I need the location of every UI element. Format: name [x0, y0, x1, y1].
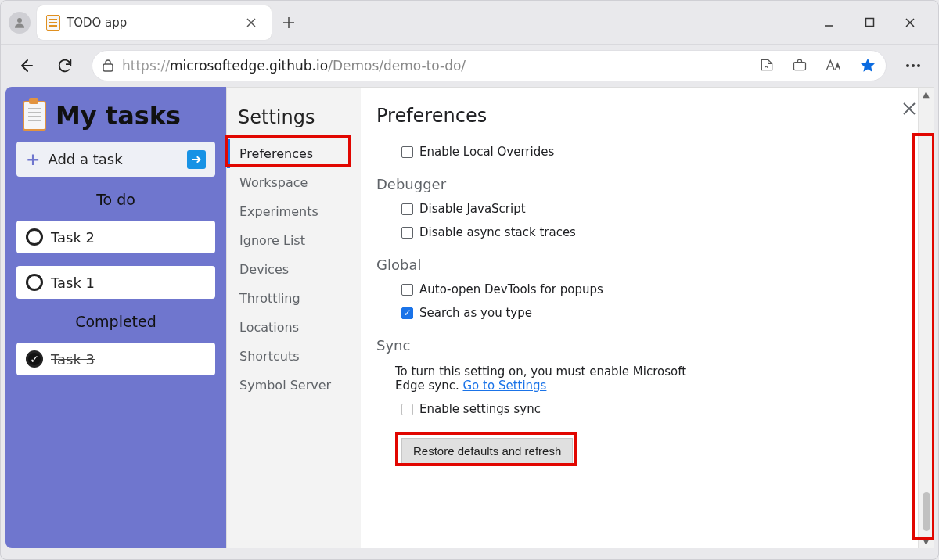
- svg-point-0: [17, 18, 22, 23]
- section-sync: Sync: [376, 337, 912, 354]
- restore-defaults-button[interactable]: Restore defaults and refresh: [401, 438, 573, 464]
- section-global: Global: [376, 257, 912, 273]
- settings-item-shortcuts[interactable]: Shortcuts: [227, 342, 361, 371]
- checked-circle-icon[interactable]: ✓: [26, 350, 43, 368]
- edit-icon[interactable]: [759, 57, 775, 74]
- window-controls: [818, 12, 921, 34]
- tab-close-icon[interactable]: [240, 12, 262, 34]
- settings-nav-pane: Settings Preferences Workspace Experimen…: [226, 87, 361, 548]
- go-to-settings-link[interactable]: Go to Settings: [463, 379, 547, 393]
- settings-item-experiments[interactable]: Experiments: [227, 197, 361, 226]
- close-icon[interactable]: [902, 102, 916, 116]
- briefcase-icon[interactable]: [792, 57, 808, 74]
- checkbox-icon[interactable]: [401, 227, 413, 239]
- checkbox-search-as-type[interactable]: ✓ Search as you type: [401, 306, 912, 320]
- svg-rect-3: [794, 63, 806, 70]
- maximize-button[interactable]: [858, 12, 880, 34]
- settings-item-symbol-server[interactable]: Symbol Server: [227, 371, 361, 400]
- task-item-completed[interactable]: ✓ Task 3: [16, 343, 215, 375]
- checkbox-disabled-icon: [401, 404, 413, 415]
- settings-item-throttling[interactable]: Throttling: [227, 284, 361, 313]
- close-window-button[interactable]: [899, 12, 921, 34]
- scroll-up-arrow-icon[interactable]: ▲: [923, 89, 929, 99]
- add-task-label: Add a task: [48, 151, 122, 167]
- scroll-down-arrow-icon[interactable]: ▼: [923, 537, 929, 547]
- checkbox-icon[interactable]: [401, 146, 413, 158]
- scrollbar[interactable]: ▲ ▼: [918, 88, 934, 548]
- unchecked-circle-icon[interactable]: [26, 274, 43, 291]
- refresh-button[interactable]: [52, 53, 77, 78]
- checkbox-local-overrides[interactable]: Enable Local Overrides: [401, 145, 912, 159]
- svg-point-6: [917, 64, 920, 67]
- unchecked-circle-icon[interactable]: [26, 228, 43, 246]
- add-task-button[interactable]: + Add a task ➜: [16, 142, 215, 177]
- app-title: My tasks: [16, 101, 215, 131]
- browser-tab-strip: TODO app: [1, 1, 938, 45]
- submit-task-icon[interactable]: ➜: [187, 150, 206, 169]
- checkbox-disable-js[interactable]: Disable JavaScript: [401, 202, 912, 216]
- checkbox-icon[interactable]: [401, 203, 413, 215]
- checkbox-checked-icon[interactable]: ✓: [401, 307, 413, 319]
- new-tab-button[interactable]: [278, 12, 300, 34]
- task-item[interactable]: Task 1: [16, 266, 215, 299]
- profile-avatar[interactable]: [9, 12, 31, 34]
- url-text: https://microsoftedge.github.io/Demos/de…: [122, 58, 466, 74]
- scroll-thumb[interactable]: [923, 492, 930, 531]
- svg-point-4: [906, 64, 909, 67]
- clipboard-icon: [23, 101, 46, 131]
- settings-item-locations[interactable]: Locations: [227, 313, 361, 342]
- completed-section-label: Completed: [16, 313, 215, 330]
- settings-item-devices[interactable]: Devices: [227, 255, 361, 284]
- svg-rect-2: [103, 64, 113, 71]
- text-size-icon[interactable]: [825, 57, 842, 74]
- sync-note: To turn this setting on, you must enable…: [395, 364, 693, 393]
- browser-tab[interactable]: TODO app: [37, 5, 272, 40]
- tab-title: TODO app: [67, 16, 234, 30]
- minimize-button[interactable]: [818, 12, 840, 34]
- checkbox-auto-open[interactable]: Auto-open DevTools for popups: [401, 282, 912, 296]
- more-menu-button[interactable]: [901, 63, 926, 68]
- back-button[interactable]: [13, 53, 38, 78]
- preferences-heading: Preferences: [376, 105, 912, 135]
- settings-item-preferences[interactable]: Preferences: [227, 139, 361, 168]
- settings-title: Settings: [227, 106, 361, 139]
- settings-item-workspace[interactable]: Workspace: [227, 168, 361, 197]
- address-bar[interactable]: https://microsoftedge.github.io/Demos/de…: [92, 50, 887, 81]
- address-bar-row: https://microsoftedge.github.io/Demos/de…: [1, 45, 938, 87]
- lock-icon: [102, 59, 114, 73]
- todo-section-label: To do: [16, 191, 215, 208]
- app-sidebar: My tasks + Add a task ➜ To do Task 2 Tas…: [5, 87, 226, 548]
- task-label: Task 3: [51, 351, 95, 368]
- task-label: Task 2: [51, 229, 95, 246]
- svg-rect-1: [865, 19, 873, 27]
- settings-item-ignore-list[interactable]: Ignore List: [227, 226, 361, 255]
- task-label: Task 1: [51, 275, 95, 291]
- svg-point-5: [912, 64, 915, 67]
- preferences-pane: Preferences Enable Local Overrides Debug…: [361, 87, 934, 548]
- clipboard-icon: [46, 15, 60, 31]
- favorite-star-icon[interactable]: [859, 57, 876, 74]
- address-bar-actions: [759, 57, 876, 74]
- checkbox-enable-sync[interactable]: Enable settings sync: [401, 402, 912, 416]
- section-debugger: Debugger: [376, 176, 912, 192]
- plus-icon: +: [26, 149, 40, 169]
- checkbox-icon[interactable]: [401, 284, 413, 296]
- content-row: My tasks + Add a task ➜ To do Task 2 Tas…: [1, 87, 938, 553]
- task-item[interactable]: Task 2: [16, 221, 215, 253]
- checkbox-disable-async[interactable]: Disable async stack traces: [401, 225, 912, 239]
